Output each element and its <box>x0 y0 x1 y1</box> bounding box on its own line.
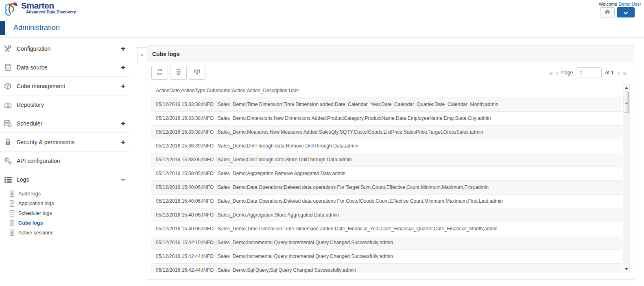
chevron-down-icon <box>623 9 628 16</box>
lock-icon <box>3 138 12 146</box>
app-logo: Smarten Advanced Data Discovery <box>3 1 76 19</box>
sidebar-item-repository[interactable]: Repository <box>0 95 129 114</box>
log-row[interactable]: 05/12/2016 15:33:38;INFO ;Sales_Demo;Tim… <box>151 98 622 112</box>
tools-icon <box>3 45 12 53</box>
sidebar-item-data-source[interactable]: Data source+ <box>0 58 129 77</box>
database-icon <box>3 63 12 72</box>
home-icon <box>604 9 611 16</box>
top-bar: Smarten Advanced Data Discovery Welcome … <box>0 0 644 18</box>
user-menu-button[interactable] <box>617 7 635 17</box>
log-row[interactable]: 05/12/2016 15:40:06;INFO ;Sales_Demo;Dat… <box>151 195 622 208</box>
sidebar-subitem-active-sessions[interactable]: Active sessions <box>0 228 129 238</box>
sidebar-item-configuration[interactable]: Configuration+ <box>0 39 129 58</box>
scroll-up-button[interactable] <box>623 85 629 91</box>
first-page-button[interactable]: « <box>548 69 554 76</box>
log-table: ActionDate;ActionType;Cubename;Action;Ac… <box>151 84 630 273</box>
expand-icon[interactable]: + <box>121 63 125 71</box>
log-row[interactable]: 05/12/2016 15:38:05;INFO ;Sales_Demo;Dri… <box>151 153 622 167</box>
export-button[interactable] <box>189 66 205 80</box>
collapse-icon[interactable]: − <box>121 176 125 184</box>
sidebar-item-label: Security & permissions <box>17 139 74 145</box>
log-row[interactable]: 05/12/2016 15:38:05;INFO ;Sales_Demo;Agg… <box>151 167 622 181</box>
log-row[interactable]: 05/12/2016 15:40:06;INFO ;Sales_Demo;Dat… <box>151 181 622 195</box>
expand-icon[interactable]: + <box>121 138 125 146</box>
cube-logs-panel: Cube logs <box>147 46 634 280</box>
sidebar-subitem-cube-logs[interactable]: Cube logs <box>0 218 129 228</box>
prev-page-button[interactable]: ‹ <box>554 69 560 76</box>
sidebar: Configuration+Data source+Cube managemen… <box>0 38 129 238</box>
scrollbar-thumb[interactable] <box>624 92 629 113</box>
sidebar-subitem-audit-logs[interactable]: Audit logs <box>0 189 129 199</box>
expand-icon[interactable]: + <box>121 119 125 127</box>
document-icon <box>9 191 15 197</box>
delete-button[interactable] <box>170 66 187 80</box>
next-page-button[interactable]: › <box>616 69 622 76</box>
document-icon <box>9 220 15 226</box>
sidebar-subitem-label: Audit logs <box>18 191 41 197</box>
gears-icon <box>3 157 12 165</box>
sidebar-item-logs[interactable]: Logs− <box>0 170 129 189</box>
sidebar-item-security-permissions[interactable]: Security & permissions+ <box>0 133 129 152</box>
log-row[interactable]: 05/12/2016 15:33:38;INFO ;Sales_Demo;Mea… <box>151 126 622 139</box>
page-count-label: of 1 <box>605 70 614 76</box>
sidebar-subitem-application-logs[interactable]: Application logs <box>0 199 129 208</box>
sidebar-subitem-label: Application logs <box>18 201 54 206</box>
log-row[interactable]: 05/12/2016 15:40:06;INFO ;Sales_Demo;Tim… <box>151 222 622 236</box>
document-icon <box>9 230 15 236</box>
scroll-down-button[interactable] <box>623 266 629 272</box>
triangle-up-icon <box>625 87 628 89</box>
page-header: Administration <box>0 18 644 38</box>
sidebar-item-label: Repository <box>17 102 44 108</box>
log-row[interactable]: 05/12/2016 15:40:06;INFO ;Sales_Demo;Agg… <box>151 208 622 222</box>
vertical-scrollbar[interactable] <box>623 84 630 273</box>
chevron-double-left-icon: « <box>141 52 144 58</box>
brand-name: Smarten <box>21 1 76 10</box>
refresh-button[interactable] <box>151 66 168 80</box>
brand-tagline: Advanced Data Discovery <box>26 10 76 14</box>
log-row[interactable]: ActionDate;ActionType;Cubename;Action;Ac… <box>151 84 622 98</box>
calendar-clock-icon <box>3 119 12 128</box>
log-row[interactable]: 05/12/2016 15:42:44;INFO ;Sales_Demo;Inc… <box>151 250 622 264</box>
document-icon <box>9 200 15 207</box>
accent-block <box>0 21 5 35</box>
collapse-panel-button[interactable]: « <box>137 47 147 62</box>
sidebar-item-label: API configuration <box>17 158 60 164</box>
page-label: Page <box>561 70 573 76</box>
sidebar-item-api-configuration[interactable]: API configuration <box>0 152 129 170</box>
cube-icon <box>3 82 12 90</box>
sidebar-item-label: Data source <box>17 64 47 71</box>
sidebar-item-label: Logs <box>17 176 29 183</box>
document-icon <box>9 210 15 217</box>
sidebar-item-label: Configuration <box>17 46 50 52</box>
log-row[interactable]: 05/12/2016 15:42:10;INFO ;Sales_Demo;Inc… <box>151 236 622 250</box>
folder-icon <box>3 101 12 109</box>
sidebar-subitem-label: Cube logs <box>18 220 43 226</box>
smarten-logo-icon <box>3 1 20 19</box>
download-icon <box>193 69 201 77</box>
page-title: Administration <box>13 24 60 32</box>
sidebar-subitem-label: Active sessions <box>18 230 53 236</box>
panel-title: Cube logs <box>152 51 180 57</box>
log-row[interactable]: 05/12/2016 15:36:39;INFO ;Sales_Demo;Dri… <box>151 139 622 153</box>
expand-icon[interactable]: + <box>121 45 125 52</box>
home-button[interactable] <box>600 7 615 17</box>
log-row[interactable]: 05/12/2016 15:42:44;INFO ;Sales_Demo;Sql… <box>151 264 622 273</box>
page-number-input[interactable] <box>576 67 602 78</box>
sidebar-subitem-scheduler-logs[interactable]: Scheduler logs <box>0 208 129 218</box>
sidebar-item-cube-management[interactable]: Cube management+ <box>0 77 129 95</box>
list-icon <box>3 176 12 184</box>
panel-header: Cube logs <box>147 46 634 62</box>
welcome-text: Welcome Demo User <box>599 2 641 6</box>
expand-icon[interactable]: + <box>121 82 125 90</box>
user-link[interactable]: Demo User <box>618 2 641 6</box>
last-page-button[interactable]: » <box>622 69 628 76</box>
sidebar-item-scheduler[interactable]: Scheduler+ <box>0 114 129 133</box>
refresh-icon <box>156 68 164 77</box>
sidebar-subitem-label: Scheduler logs <box>18 210 52 216</box>
pagination: « ‹ Page of 1 › » <box>548 67 628 78</box>
trash-icon <box>175 68 182 77</box>
triangle-down-icon <box>625 268 628 270</box>
sidebar-item-label: Scheduler <box>17 120 42 127</box>
sidebar-item-label: Cube management <box>17 83 65 89</box>
log-row[interactable]: 05/12/2016 15:33:38;INFO ;Sales_Demo;Dim… <box>151 112 622 126</box>
